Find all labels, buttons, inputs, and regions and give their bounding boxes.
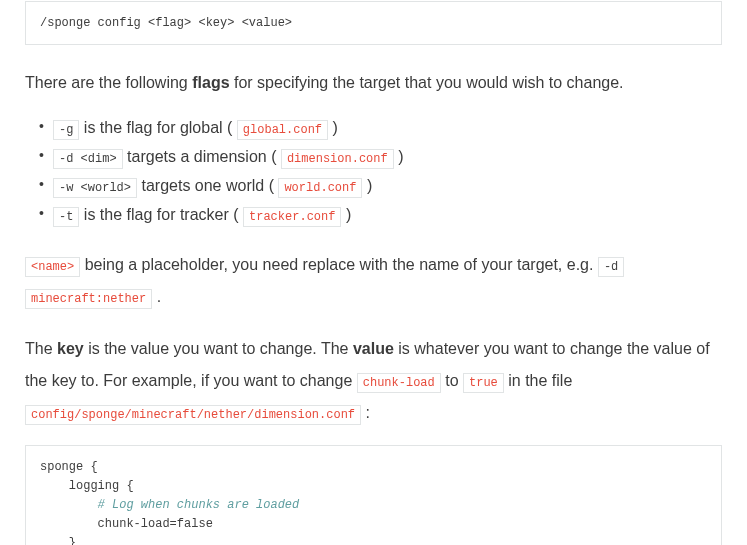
placeholder-code: <name> xyxy=(25,257,80,277)
flag-file: world.conf xyxy=(278,178,362,198)
flag-file: tracker.conf xyxy=(243,207,341,227)
example-flag: -d xyxy=(598,257,624,277)
intro-flags-bold: flags xyxy=(192,74,229,91)
key-value-paragraph: The key is the value you want to change.… xyxy=(25,333,722,429)
placeholder-paragraph: <name> being a placeholder, you need rep… xyxy=(25,249,722,313)
flag-code: -g xyxy=(53,120,79,140)
example-config: sponge { logging { # Log when chunks are… xyxy=(25,445,722,545)
list-item: -d <dim> targets a dimension ( dimension… xyxy=(53,145,722,169)
kv-code: chunk-load xyxy=(357,373,441,393)
flag-file: dimension.conf xyxy=(281,149,394,169)
flag-file: global.conf xyxy=(237,120,328,140)
list-item: -w <world> targets one world ( world.con… xyxy=(53,174,722,198)
flag-code: -w <world> xyxy=(53,178,137,198)
flags-list: -g is the flag for global ( global.conf … xyxy=(25,116,722,227)
flag-code: -t xyxy=(53,207,79,227)
intro-paragraph: There are the following flags for specif… xyxy=(25,70,722,96)
kv-file: config/sponge/minecraft/nether/dimension… xyxy=(25,405,361,425)
list-item: -t is the flag for tracker ( tracker.con… xyxy=(53,203,722,227)
list-item: -g is the flag for global ( global.conf … xyxy=(53,116,722,140)
example-arg: minecraft:nether xyxy=(25,289,152,309)
kv-code: true xyxy=(463,373,504,393)
command-text: /sponge config <flag> <key> <value> xyxy=(40,16,292,30)
command-template: /sponge config <flag> <key> <value> xyxy=(25,1,722,45)
flag-code: -d <dim> xyxy=(53,149,123,169)
